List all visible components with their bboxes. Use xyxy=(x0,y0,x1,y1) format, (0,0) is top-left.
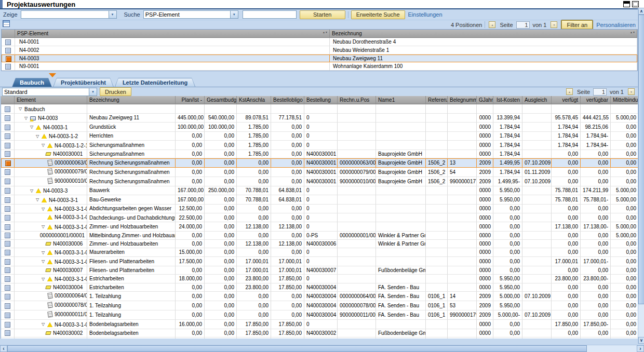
row-checkbox[interactable] xyxy=(5,160,11,166)
header-select-all[interactable] xyxy=(1,96,15,104)
zeige-input[interactable] xyxy=(21,10,109,19)
table-row[interactable]: ▽N4-0003Neubau Zweigweg 11445.000,00540.… xyxy=(1,114,638,123)
psp-row[interactable]: N9-0001Wohnanlage Kaiserdamm 100 xyxy=(2,62,637,71)
column-header[interactable]: Bestellobligo xyxy=(271,96,304,104)
psp-row[interactable]: N4-0001Neubau Dorotheenstraße 4 xyxy=(2,38,637,46)
row-checkbox[interactable] xyxy=(5,206,10,212)
chevron-down-icon[interactable]: ▼ xyxy=(89,88,97,96)
tab-projektuebersicht[interactable]: Projektübersicht xyxy=(53,78,114,87)
page-up-icon[interactable]: ▲ xyxy=(489,21,495,28)
row-checkbox[interactable] xyxy=(5,39,11,45)
table-row[interactable]: 0000000063/0001Rechnung Sicherungsmaßnah… xyxy=(1,158,638,168)
search-input[interactable] xyxy=(243,10,297,19)
table-row[interactable]: N400030001Sicherungsmaßnahmen0,000,001.7… xyxy=(1,150,638,158)
chevron-down-icon[interactable]: ▼ xyxy=(109,10,117,19)
table-row[interactable]: N4-0003-3-1-020Dachdeckungs- und Dachabd… xyxy=(1,213,638,222)
hierarchy-grid-icon[interactable] xyxy=(3,20,10,27)
row-checkbox[interactable] xyxy=(5,285,10,291)
row-checkbox[interactable] xyxy=(5,133,10,139)
expand-arrow-icon[interactable]: ▽ xyxy=(42,224,47,229)
table-row[interactable]: ▽N4-0003-3-1-018Abdichtungsarbeiten gege… xyxy=(1,205,638,214)
view-select-input[interactable] xyxy=(2,88,89,96)
view-select-dropdown[interactable]: ▼ xyxy=(2,88,97,96)
chevron-down-icon[interactable]: ▼ xyxy=(231,10,238,19)
row-checkbox[interactable] xyxy=(5,267,10,273)
row-checkbox[interactable] xyxy=(5,48,11,53)
row-checkbox[interactable] xyxy=(5,259,10,265)
vertical-scrollbar-thumb[interactable] xyxy=(638,15,644,304)
suche-dropdown[interactable]: ▼ xyxy=(143,10,238,19)
row-checkbox[interactable] xyxy=(5,330,10,336)
zeige-dropdown[interactable]: ▼ xyxy=(21,10,117,19)
row-checkbox[interactable] xyxy=(5,233,10,238)
column-header[interactable]: verfügt xyxy=(552,96,581,104)
tab-baubuch[interactable]: Baubuch xyxy=(12,78,52,87)
expand-arrow-icon[interactable]: ▽ xyxy=(42,207,47,212)
sort-icon[interactable]: ▲▼ xyxy=(323,31,328,34)
expand-arrow-icon[interactable]: ▽ xyxy=(42,322,47,327)
row-checkbox[interactable] xyxy=(5,303,10,309)
row-checkbox[interactable] xyxy=(5,224,10,230)
erweiterte-suche-button[interactable]: Erweiterte Suche xyxy=(351,10,405,19)
expand-arrow-icon[interactable]: ▽ xyxy=(30,125,36,130)
header-select-all[interactable] xyxy=(2,30,15,38)
column-header[interactable]: Name1 xyxy=(376,96,426,104)
row-checkbox[interactable] xyxy=(5,294,10,300)
column-header[interactable]: Rechn.u.Pos xyxy=(338,96,376,104)
table-row[interactable]: 0000000065/0001Rechnung Bodenarbeiten0,0… xyxy=(1,337,638,339)
row-checkbox[interactable] xyxy=(5,115,10,121)
sort-icon[interactable]: ▲▼ xyxy=(630,31,635,34)
drucken-button[interactable]: Drucken xyxy=(100,87,131,96)
page-down-icon[interactable]: ▼ xyxy=(628,88,635,95)
table-row[interactable]: ▽N4-0003-1-2-1Sicherungsmaßnahmen0,000,0… xyxy=(1,141,638,150)
table-row[interactable]: ▽N4-0003-1Grundstück100.000,00100.000,00… xyxy=(1,123,638,132)
row-checkbox[interactable] xyxy=(5,179,10,184)
expand-arrow-icon[interactable]: ▽ xyxy=(36,197,42,202)
starten-button[interactable]: Starten xyxy=(300,10,345,19)
suche-select-input[interactable] xyxy=(143,10,231,19)
expand-arrow-icon[interactable]: ▽ xyxy=(19,106,24,112)
row-checkbox[interactable] xyxy=(5,106,10,112)
row-checkbox[interactable] xyxy=(5,197,10,203)
row-checkbox[interactable] xyxy=(5,241,10,247)
column-header[interactable]: Bestellung xyxy=(304,96,338,104)
expand-arrow-icon[interactable]: ▽ xyxy=(36,134,42,139)
column-header[interactable]: KstAnschla xyxy=(237,96,271,104)
table-row[interactable]: ▽N4-0003-3Bauwerk167.000,00250.000,0070.… xyxy=(1,186,638,196)
personalisieren-link[interactable]: Personalisieren xyxy=(596,22,636,28)
column-header[interactable]: Ist-Kosten xyxy=(493,96,522,104)
row-checkbox[interactable] xyxy=(5,169,10,175)
minimize-icon[interactable] xyxy=(623,1,630,7)
column-header[interactable]: Element xyxy=(15,96,87,104)
row-checkbox[interactable] xyxy=(5,188,10,194)
table-row[interactable]: ▽N4-0003-3-1-016Zimmer- und Holzbauarbei… xyxy=(1,222,638,232)
column-header[interactable]: verfügbar xyxy=(581,96,611,104)
page-input[interactable] xyxy=(516,21,530,29)
table-row[interactable]: 9000000011/00011. Teilzahlung0,000,000,0… xyxy=(1,310,638,320)
vertical-scrollbar[interactable]: ∧ ∨ xyxy=(638,8,644,344)
page-down-icon[interactable]: ▼ xyxy=(551,21,557,28)
table-row[interactable]: N400030002Bodenbelagsarbeiten0,000,0017.… xyxy=(1,329,638,337)
row-checkbox[interactable] xyxy=(5,125,10,130)
table-row[interactable]: 0000000001/00001Mittelbindung Zimmer- un… xyxy=(1,232,638,240)
column-header[interactable]: Plan/Ist - xyxy=(176,96,205,104)
column-header[interactable]: Gesamtbudget xyxy=(205,96,237,104)
row-checkbox[interactable] xyxy=(5,313,10,318)
expand-arrow-icon[interactable]: ▽ xyxy=(30,188,36,194)
row-checkbox[interactable] xyxy=(5,276,10,282)
psp-row[interactable]: N4-0002Neubau Weidenstraße 1 xyxy=(2,46,637,55)
scroll-down-icon[interactable]: ∨ xyxy=(638,337,644,344)
horizontal-scrollbar[interactable]: ‹ › xyxy=(0,345,644,352)
horizontal-scrollbar-thumb[interactable] xyxy=(7,345,587,352)
row-checkbox[interactable] xyxy=(5,322,10,328)
column-header-psp-element[interactable]: PSP-Element▲▼ xyxy=(15,30,330,38)
expand-arrow-icon[interactable]: ▽ xyxy=(42,143,47,148)
table-row[interactable]: ▽N4-0003-3-1-025Estricharbeiten18.000,00… xyxy=(1,275,638,284)
expand-arrow-icon[interactable]: ▽ xyxy=(42,259,47,264)
page-up-icon[interactable]: ▲ xyxy=(566,88,573,95)
table-row[interactable]: 0000000064/00011. Teilzahlung0,000,000,0… xyxy=(1,292,638,301)
table-row[interactable]: 9000000010/0001Rechnung Sicherungsmaßnah… xyxy=(1,177,638,186)
row-checkbox[interactable] xyxy=(5,151,10,157)
column-header[interactable]: Belegnummer xyxy=(448,96,477,104)
row-checkbox[interactable] xyxy=(5,64,11,70)
